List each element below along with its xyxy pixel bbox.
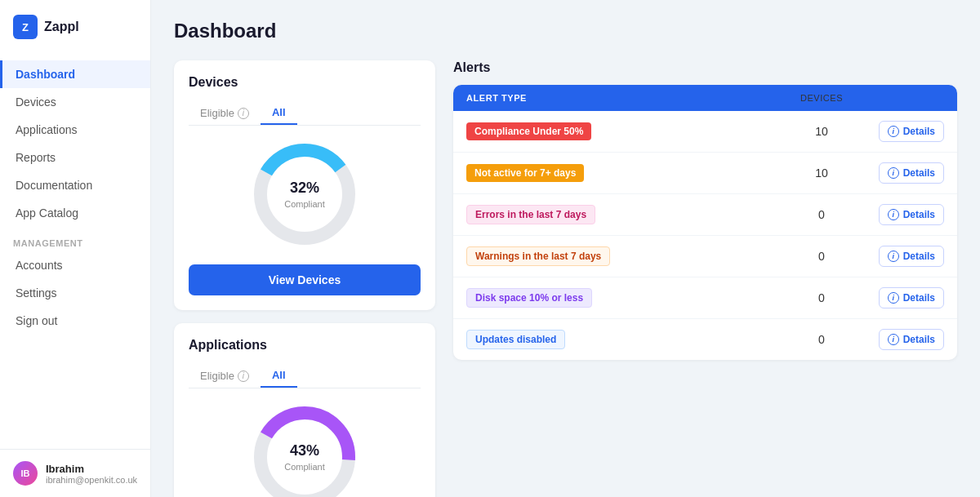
details-icon: i [888, 334, 899, 345]
devices-compliant-label: Compliant [284, 199, 325, 209]
details-button[interactable]: i Details [879, 204, 944, 225]
view-devices-button[interactable]: View Devices [189, 264, 421, 295]
details-icon: i [888, 292, 899, 304]
applications-compliant-label: Compliant [284, 462, 325, 472]
devices-tab-row: Eligible i All [189, 101, 421, 126]
details-icon: i [888, 251, 899, 262]
alert-action-col: i Details [862, 162, 944, 184]
sidebar-footer: IB Ibrahim ibrahim@openkit.co.uk [0, 449, 150, 497]
details-label: Details [903, 251, 935, 262]
table-row: Updates disabled 0 i Details [453, 319, 957, 360]
details-button[interactable]: i Details [879, 287, 944, 308]
applications-donut-label: 43% Compliant [284, 442, 325, 473]
alerts-header-action [862, 93, 944, 103]
details-label: Details [903, 126, 935, 137]
sidebar-item-label: Dashboard [16, 68, 75, 81]
user-email: ibrahim@openkit.co.uk [46, 475, 137, 485]
sidebar-item-app-catalog[interactable]: App Catalog [0, 199, 150, 227]
alert-devices-col: 0 [781, 208, 862, 221]
user-name: Ibrahim [46, 463, 137, 475]
logo-text: Zappl [44, 20, 79, 34]
details-button[interactable]: i Details [879, 162, 944, 184]
devices-tab-all[interactable]: All [261, 101, 297, 125]
content-grid: Devices Eligible i All 32% Complia [174, 60, 957, 497]
logo-icon: Z [13, 15, 38, 39]
sidebar-item-label: App Catalog [16, 206, 78, 220]
applications-percent: 43% [284, 442, 325, 459]
alert-devices-col: 0 [781, 291, 862, 304]
left-column: Devices Eligible i All 32% Complia [174, 60, 435, 497]
table-row: Not active for 7+ days 10 i Details [453, 153, 957, 194]
sidebar-item-label: Applications [16, 123, 78, 136]
devices-card-title: Devices [189, 75, 421, 90]
applications-tab-all[interactable]: All [261, 364, 297, 388]
alert-type-col: Compliance Under 50% [466, 122, 781, 140]
sidebar-item-documentation[interactable]: Documentation [0, 171, 150, 199]
details-button[interactable]: i Details [879, 329, 944, 350]
alert-badge: Not active for 7+ days [466, 164, 584, 182]
devices-donut-label: 32% Compliant [284, 180, 325, 210]
sidebar-item-label: Sign out [16, 314, 57, 327]
details-label: Details [903, 167, 935, 179]
details-icon: i [888, 167, 899, 179]
avatar: IB [13, 461, 38, 486]
alert-type-col: Errors in the last 7 days [466, 205, 781, 224]
applications-tab-eligible[interactable]: Eligible i [189, 364, 261, 388]
alert-devices-col: 0 [781, 333, 862, 346]
alert-badge: Errors in the last 7 days [466, 205, 595, 224]
details-label: Details [903, 209, 935, 220]
table-row: Disk space 10% or less 0 i Details [453, 277, 957, 319]
logo-area: Z Zappl [0, 0, 150, 54]
alerts-header-devices: DEVICES [781, 93, 862, 103]
alerts-table: ALERT TYPE DEVICES Compliance Under 50% … [453, 85, 957, 360]
alert-type-col: Updates disabled [466, 330, 781, 349]
alerts-table-header: ALERT TYPE DEVICES [453, 85, 957, 111]
alert-type-col: Not active for 7+ days [466, 164, 781, 182]
details-icon: i [888, 126, 899, 137]
alert-badge: Disk space 10% or less [466, 288, 592, 308]
sidebar-item-label: Accounts [16, 259, 63, 272]
sidebar-item-applications[interactable]: Applications [0, 116, 150, 144]
alerts-header-type: ALERT TYPE [466, 93, 781, 103]
alert-action-col: i Details [862, 204, 944, 225]
table-row: Warnings in the last 7 days 0 i Details [453, 236, 957, 277]
alert-badge: Warnings in the last 7 days [466, 246, 610, 266]
devices-donut-wrap: 32% Compliant [189, 137, 421, 251]
sidebar-item-dashboard[interactable]: Dashboard [0, 60, 150, 88]
alert-devices-col: 0 [781, 250, 862, 263]
sidebar-item-devices[interactable]: Devices [0, 88, 150, 116]
details-icon: i [888, 209, 899, 220]
table-row: Errors in the last 7 days 0 i Details [453, 194, 957, 236]
applications-donut-wrap: 43% Compliant [189, 400, 421, 497]
sidebar-item-reports[interactable]: Reports [0, 144, 150, 171]
alert-devices-col: 10 [781, 166, 862, 180]
right-column: Alerts ALERT TYPE DEVICES Compliance Und… [453, 60, 957, 497]
alerts-title: Alerts [453, 60, 957, 75]
sidebar-item-accounts[interactable]: Accounts [0, 251, 150, 279]
details-label: Details [903, 334, 935, 345]
sidebar-item-label: Settings [16, 286, 57, 300]
applications-tab-row: Eligible i All [189, 364, 421, 388]
user-info: Ibrahim ibrahim@openkit.co.uk [46, 463, 137, 485]
details-button[interactable]: i Details [879, 246, 944, 267]
eligible-info-icon-apps: i [238, 371, 249, 382]
sidebar-item-label: Devices [16, 95, 56, 109]
sidebar-item-sign-out[interactable]: Sign out [0, 307, 150, 335]
sidebar-item-settings[interactable]: Settings [0, 279, 150, 307]
alert-devices-col: 10 [781, 125, 862, 138]
management-label: Management [0, 227, 150, 251]
alert-action-col: i Details [862, 246, 944, 267]
eligible-info-icon: i [238, 108, 249, 119]
devices-card: Devices Eligible i All 32% Complia [174, 60, 435, 310]
alert-action-col: i Details [862, 121, 944, 142]
sidebar-item-label: Documentation [16, 179, 92, 192]
main-content: Dashboard Devices Eligible i All [151, 0, 980, 497]
devices-tab-eligible[interactable]: Eligible i [189, 101, 261, 125]
sidebar-item-label: Reports [16, 151, 56, 164]
table-row: Compliance Under 50% 10 i Details [453, 111, 957, 153]
details-button[interactable]: i Details [879, 121, 944, 142]
details-label: Details [903, 292, 935, 304]
page-title: Dashboard [174, 20, 957, 42]
alert-badge: Compliance Under 50% [466, 122, 591, 140]
alert-action-col: i Details [862, 287, 944, 308]
